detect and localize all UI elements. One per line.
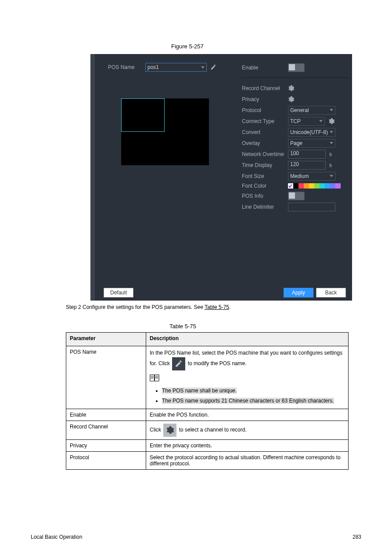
font-size-value: Medium (290, 173, 309, 179)
convert-value: Unicode(UTF-8) (290, 129, 328, 135)
preview-selection[interactable] (121, 98, 165, 132)
color-swatch[interactable] (325, 183, 330, 189)
overlay-label: Overlay (242, 140, 288, 146)
param-name: Record Channel (66, 421, 146, 439)
color-swatch[interactable] (320, 183, 325, 189)
convert-select[interactable]: Unicode(UTF-8) (288, 128, 335, 137)
param-name: Protocol (66, 451, 146, 469)
color-swatch[interactable] (330, 183, 335, 189)
pos-name-value: pos1 (147, 64, 159, 70)
line-delimiter-label: Line Delimiter (242, 204, 288, 210)
enable-toggle[interactable] (288, 63, 305, 72)
time-display-input[interactable]: 120 (288, 161, 326, 170)
parameter-table: Parameter Description POS Name In the PO… (66, 332, 349, 470)
protocol-label: Protocol (242, 107, 288, 113)
svg-rect-1 (155, 375, 159, 381)
figure-label: Figure 5-257 (171, 43, 204, 50)
table-header: Description (146, 333, 349, 346)
pos-name-label: POS Name (108, 64, 145, 70)
color-swatch[interactable] (314, 183, 320, 189)
pos-settings-dialog: POS Name pos1 Enable (90, 54, 352, 301)
network-overtime-label: Network Overtime (242, 151, 288, 157)
chevron-down-icon (330, 109, 333, 111)
table-row: Protocol Select the protocol according t… (66, 451, 349, 469)
color-swatch[interactable] (288, 183, 293, 189)
unit-label: s (329, 162, 332, 168)
table-row: Privacy Enter the privacy contents. (66, 439, 349, 451)
overlay-value: Page (290, 140, 302, 146)
param-name: Privacy (66, 439, 146, 451)
color-swatch[interactable] (298, 183, 304, 189)
param-desc: Click to select a channel to record. (146, 421, 349, 439)
connect-type-value: TCP (290, 118, 301, 124)
chevron-down-icon (201, 66, 205, 69)
unit-label: s (329, 151, 332, 157)
gear-icon[interactable] (288, 85, 294, 91)
param-desc: Select the protocol according to actual … (146, 451, 349, 469)
preview-area (121, 98, 209, 165)
time-display-label: Time Display (242, 162, 288, 168)
param-desc: Enable the POS function. (146, 409, 349, 421)
table-row: Record Channel Click to select a channel… (66, 421, 349, 439)
edit-icon (172, 357, 185, 370)
gear-icon (163, 424, 176, 437)
step-text: Step 2 Configure the settings for the PO… (66, 304, 230, 310)
protocol-select[interactable]: General (288, 106, 335, 115)
back-button[interactable]: Back (316, 288, 346, 297)
color-swatch[interactable] (304, 183, 309, 189)
connect-type-label: Connect Type (242, 118, 288, 124)
privacy-label: Privacy (242, 96, 288, 102)
param-desc: Enter the privacy contents. (146, 439, 349, 451)
default-button[interactable]: Default (104, 288, 133, 297)
apply-button[interactable]: Apply (284, 288, 313, 297)
gear-icon[interactable] (328, 118, 334, 124)
book-title: Local Basic Operation (31, 534, 82, 540)
pos-name-select[interactable]: pos1 (145, 63, 207, 72)
table-row: Enable Enable the POS function. (66, 409, 349, 421)
chevron-down-icon (330, 131, 333, 133)
chevron-down-icon (330, 142, 333, 144)
color-swatch[interactable] (293, 183, 298, 189)
color-swatch[interactable] (309, 183, 314, 189)
color-swatches (288, 182, 341, 189)
svg-rect-0 (150, 375, 155, 381)
protocol-value: General (290, 107, 309, 113)
network-overtime-input[interactable]: 100 (288, 150, 326, 159)
record-channel-label: Record Channel (242, 85, 288, 91)
note-icon (150, 373, 161, 384)
edit-icon[interactable] (210, 64, 216, 70)
convert-label: Convert (242, 129, 288, 135)
pos-info-toggle[interactable] (288, 192, 305, 200)
param-desc: In the POS Name list, select the POS mac… (146, 346, 349, 409)
table-header: Parameter (66, 333, 146, 346)
pos-info-label: POS Info (242, 193, 288, 199)
font-size-label: Font Size (242, 173, 288, 179)
connect-type-select[interactable]: TCP (288, 117, 325, 126)
table-label: Table 5-75 (169, 323, 196, 330)
table-row: POS Name In the POS Name list, select th… (66, 346, 349, 409)
line-delimiter-input[interactable] (288, 203, 335, 211)
enable-label: Enable (242, 65, 288, 71)
overlay-select[interactable]: Page (288, 139, 335, 148)
chevron-down-icon (319, 120, 323, 122)
chevron-down-icon (330, 175, 333, 177)
page-number: 283 (352, 534, 361, 540)
font-color-label: Font Color (242, 183, 288, 189)
param-name: Enable (66, 409, 146, 421)
font-size-select[interactable]: Medium (288, 172, 335, 181)
param-name: POS Name (66, 346, 146, 409)
gear-icon[interactable] (288, 96, 294, 102)
color-swatch[interactable] (335, 183, 341, 189)
